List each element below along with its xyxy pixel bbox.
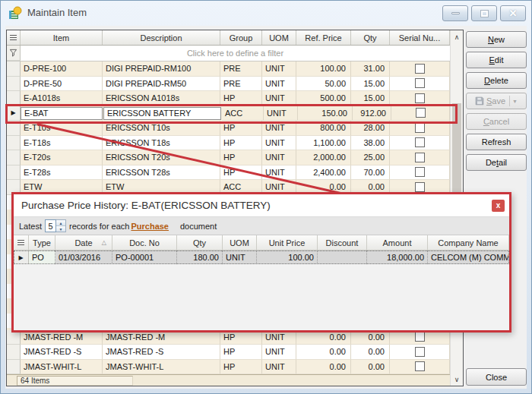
- minimize-icon: [451, 12, 460, 14]
- column-header-qty[interactable]: Qty: [351, 30, 390, 45]
- column-header-item[interactable]: Item: [21, 30, 103, 45]
- column-header-discount[interactable]: Discount: [318, 235, 367, 250]
- serial-checkbox[interactable]: [415, 332, 425, 342]
- serial-checkbox[interactable]: [415, 64, 425, 74]
- column-header-uom[interactable]: UOM: [262, 30, 296, 45]
- serial-checkbox[interactable]: [415, 123, 425, 133]
- save-dropdown-icon[interactable]: ▼: [512, 99, 518, 104]
- maximize-button[interactable]: [471, 5, 497, 21]
- close-button[interactable]: Close: [466, 368, 527, 386]
- column-header-type[interactable]: Type: [29, 235, 55, 250]
- history-header-row: Type Date △ Doc. No Qty UOM Unit Price D…: [14, 235, 509, 251]
- column-header-qty[interactable]: Qty: [177, 235, 223, 250]
- filter-row[interactable]: Click here to define a filter: [7, 46, 450, 61]
- table-row[interactable]: D-PRE-50 DIGI PREPAID-RM50 PRE UNIT 50.0…: [7, 77, 450, 92]
- column-header-company[interactable]: Company Name: [428, 235, 509, 250]
- purchase-link[interactable]: Purchase: [131, 222, 169, 231]
- window-title: Maintain Item: [27, 7, 87, 18]
- latest-count-stepper[interactable]: 5 ▲ ▼: [45, 219, 66, 232]
- serial-checkbox[interactable]: [415, 347, 425, 357]
- table-row[interactable]: E-T18s ERICSSON T18s HP UNIT 1,100.00 38…: [7, 136, 450, 151]
- floppy-disk-icon: [475, 96, 484, 106]
- stepper-up-icon[interactable]: ▲: [56, 220, 65, 225]
- serial-checkbox[interactable]: [415, 137, 425, 147]
- history-gutter-header: [14, 235, 29, 250]
- detail-button[interactable]: Detail: [466, 154, 527, 171]
- stepper-down-icon[interactable]: ▼: [56, 225, 65, 232]
- table-header-row: Item Description Group UOM Ref. Price Qt…: [7, 30, 450, 46]
- annotation-highlight-box: [5, 104, 458, 124]
- column-header-date[interactable]: Date △: [55, 235, 112, 250]
- table-row[interactable]: JMAST-RED -S JMAST-RED -S HP UNIT 0.00 0…: [7, 345, 450, 360]
- filter-funnel-icon: [9, 49, 17, 57]
- new-button[interactable]: New: [466, 31, 527, 48]
- stepper-value[interactable]: 5: [45, 219, 56, 232]
- history-row-selected[interactable]: ▶ PO 01/03/2016 PO-00001 180.00 UNIT 100…: [14, 251, 509, 264]
- scroll-down-icon[interactable]: ∨: [451, 373, 463, 386]
- column-header-amount[interactable]: Amount: [367, 235, 428, 250]
- app-icon: [8, 6, 22, 20]
- window-titlebar: Maintain Item ✕: [1, 1, 531, 26]
- column-header-doc-no[interactable]: Doc. No: [112, 235, 177, 250]
- minimize-button[interactable]: [442, 5, 468, 21]
- document-label: document: [180, 222, 217, 231]
- filter-gutter-cell[interactable]: [7, 46, 21, 61]
- column-header-group[interactable]: Group: [220, 30, 262, 45]
- column-header-uom[interactable]: UOM: [223, 235, 257, 250]
- scroll-up-icon[interactable]: ∧: [451, 30, 463, 43]
- column-header-unit-price[interactable]: Unit Price: [257, 235, 318, 250]
- records-for-each-label: records for each: [69, 222, 129, 231]
- latest-label: Latest: [19, 222, 42, 231]
- dialog-title: Purchase Price History: E-BAT(ERICSSON B…: [21, 200, 271, 211]
- serial-checkbox[interactable]: [415, 182, 425, 192]
- edit-button[interactable]: Edit: [466, 52, 527, 68]
- delete-button[interactable]: Delete: [466, 72, 527, 89]
- table-footer: 64 Items: [7, 374, 450, 386]
- item-count: 64 Items: [17, 376, 133, 386]
- maintain-item-window: Maintain Item ✕ Item Description Group U…: [0, 0, 532, 394]
- serial-checkbox[interactable]: [415, 361, 425, 371]
- rows-menu-icon[interactable]: [10, 35, 17, 41]
- save-button[interactable]: Save ▼: [466, 93, 527, 109]
- serial-checkbox[interactable]: [415, 167, 425, 177]
- serial-checkbox[interactable]: [415, 93, 425, 103]
- close-icon: ✕: [509, 8, 518, 18]
- table-row[interactable]: JMAST-WHIT-L JMAST-WHIT-L HP UNIT 0.00 0…: [7, 360, 450, 375]
- cancel-button[interactable]: Cancel: [466, 113, 527, 130]
- filter-prompt[interactable]: Click here to define a filter: [21, 46, 450, 61]
- refresh-button[interactable]: Refresh: [466, 134, 527, 150]
- gutter-header-cell: [7, 30, 21, 45]
- maximize-icon: [481, 11, 488, 17]
- dialog-titlebar: Purchase Price History: E-BAT(ERICSSON B…: [14, 194, 509, 217]
- column-header-serial[interactable]: Serial Nu...: [390, 30, 450, 45]
- serial-checkbox[interactable]: [415, 78, 425, 88]
- table-row[interactable]: D-PRE-100 DIGI PREPAID-RM100 PRE UNIT 10…: [7, 61, 450, 77]
- serial-checkbox[interactable]: [415, 153, 425, 162]
- dialog-close-button[interactable]: x: [492, 200, 505, 212]
- rows-menu-icon[interactable]: [17, 240, 24, 246]
- column-header-description[interactable]: Description: [103, 30, 220, 45]
- column-header-ref-price[interactable]: Ref. Price: [296, 30, 351, 45]
- close-window-button[interactable]: ✕: [500, 5, 526, 21]
- table-row[interactable]: E-T20s ERICSSON T20s HP UNIT 2,000.00 25…: [7, 150, 450, 165]
- current-row-marker-icon: ▶: [18, 254, 23, 261]
- dialog-toolbar: Latest 5 ▲ ▼ records for each Purchase d…: [14, 217, 509, 235]
- purchase-price-history-dialog: Purchase Price History: E-BAT(ERICSSON B…: [11, 192, 511, 333]
- sort-ascending-icon: △: [102, 239, 106, 246]
